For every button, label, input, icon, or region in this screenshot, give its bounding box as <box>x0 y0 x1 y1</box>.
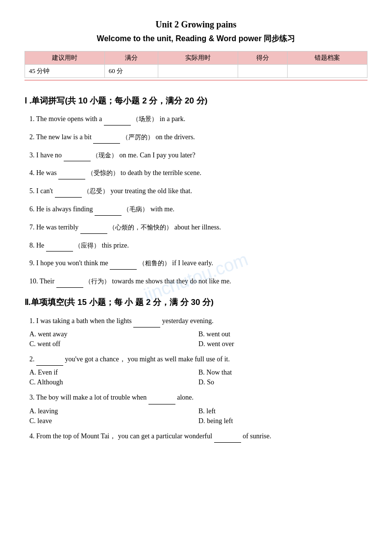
q6: 6. He is always finding （毛病） with me. <box>29 203 368 216</box>
q4-after: to death by the terrible scene. <box>121 169 201 177</box>
s2-q2-optB-label: B. <box>198 369 206 376</box>
s2-q1-after: yesterday evening. <box>162 317 214 325</box>
q4: 4. He was （受惊的） to death by the terrible… <box>29 167 368 179</box>
s2-q1-optA-label: A. <box>29 330 38 338</box>
val-error-file <box>288 65 368 78</box>
s2-q1-optD-label: D. <box>198 340 207 348</box>
s2-q2-optC-text: Although <box>37 378 63 386</box>
q7-num: 7. <box>29 224 36 231</box>
s2-q1-optA: A. went away <box>29 330 198 338</box>
s2-q4-after: of sunrise. <box>243 432 271 440</box>
q7-before: He was terribly <box>36 224 80 231</box>
s2-q2-optB: B. Now that <box>198 369 368 377</box>
q2-hint: （严厉的） <box>122 133 154 141</box>
q3: 3. I have no （现金） on me. Can I pay you l… <box>29 150 368 162</box>
val-score <box>238 65 287 78</box>
s2-q2-optD-label: D. <box>198 378 207 386</box>
q10-after: towards me shows that they do not like m… <box>112 278 231 285</box>
q9-before: I hope you won't think me <box>36 259 110 267</box>
q5-after: your treating the old like that. <box>111 187 192 195</box>
q2-after: on the drivers. <box>155 133 195 141</box>
s2-q3-optB: B. left <box>198 407 368 415</box>
q3-blank <box>64 150 91 162</box>
q5: 5. I can't （忍受） your treating the old li… <box>29 185 368 198</box>
s2-q3-optC: C. leave <box>29 417 198 425</box>
q1: 1. The movie opens with a （场景） in a park… <box>29 113 368 126</box>
s2-q1-before: I was taking a bath when the lights <box>36 317 133 325</box>
q2-before: The new law is a bit <box>36 133 94 141</box>
section1-title: Ⅰ .单词拼写(共 10 小题；每小题 2 分，满分 20 分) <box>24 95 368 106</box>
col-full-score: 满分 <box>104 51 158 65</box>
s2-q4-before: From the top of Mount Tai， you can get a… <box>36 432 214 440</box>
s2-q1-optC: C. went off <box>29 340 198 348</box>
s2-q3-optC-label: C. <box>29 417 37 425</box>
s2-q3-blank <box>148 391 175 404</box>
q5-hint: （忍受） <box>83 187 109 195</box>
divider <box>24 80 368 80</box>
q3-before: I have no <box>36 151 64 159</box>
q10-num: 10. <box>29 278 38 285</box>
val-actual-time <box>158 65 238 78</box>
s2-q3-options: A. leaving B. left <box>24 407 368 415</box>
q6-hint: （毛病） <box>123 205 148 213</box>
s2-q1-options: A. went away B. went out <box>24 330 368 338</box>
s2-q2-optA-label: A. <box>29 369 38 376</box>
s2-q3-optD-text: being left <box>207 417 233 425</box>
q9-after: if I leave early. <box>172 259 213 267</box>
q3-num: 3. <box>29 151 36 159</box>
s2-q2-optD: D. So <box>198 378 368 386</box>
q6-num: 6. <box>29 205 36 213</box>
col-suggested-time: 建议用时 <box>25 51 105 65</box>
page-title: Unit 2 Growing pains <box>24 20 368 30</box>
q4-hint: （受惊的） <box>87 169 119 177</box>
s2-q3-options2: C. leave D. being left <box>24 417 368 425</box>
q7-blank <box>80 222 107 234</box>
s2-q4: 4. From the top of Mount Tai， you can ge… <box>24 430 368 443</box>
s2-q2-optC-label: C. <box>29 378 37 386</box>
q1-after: in a park. <box>160 115 185 123</box>
q8-blank <box>46 240 73 252</box>
s2-q1-optB: B. went out <box>198 330 368 338</box>
section1-questions: 1. The movie opens with a （场景） in a park… <box>24 113 368 288</box>
q4-before: He was <box>36 169 58 177</box>
q5-before: I can't <box>36 187 55 195</box>
q4-blank <box>58 167 85 179</box>
col-actual-time: 实际用时 <box>158 51 238 65</box>
val-suggested-time: 45 分钟 <box>25 65 105 78</box>
s2-q2-options: A. Even if B. Now that <box>24 369 368 377</box>
q9-hint: （粗鲁的） <box>139 259 171 267</box>
s2-q1-optA-text: went away <box>38 330 67 338</box>
s2-q2-num: 2. <box>29 355 35 363</box>
q9-blank <box>110 257 137 270</box>
s2-q1-optD-text: went over <box>207 340 234 348</box>
s2-q2-optD-text: So <box>207 378 214 386</box>
info-table: 建议用时 满分 实际用时 得分 错题档案 45 分钟 60 分 <box>24 51 368 78</box>
q6-after: with me. <box>150 205 174 213</box>
s2-q2: 2. you've got a chance， you might as wel… <box>24 353 368 366</box>
q8-num: 8. <box>29 242 36 249</box>
q9: 9. I hope you won't think me （粗鲁的） if I … <box>29 257 368 270</box>
q1-hint: （场景） <box>132 115 158 123</box>
q4-num: 4. <box>29 169 36 177</box>
q7-after: about her illness. <box>174 224 221 231</box>
col-score: 得分 <box>238 51 287 65</box>
s2-q3-optA: A. leaving <box>29 407 198 415</box>
s2-q2-after: you've got a chance， you might as well m… <box>65 355 230 363</box>
s2-q3-optD-label: D. <box>198 417 207 425</box>
s2-q3: 3. The boy will make a lot of trouble wh… <box>24 391 368 404</box>
s2-q3-before: The boy will make a lot of trouble when <box>36 394 148 401</box>
q10-hint: （行为） <box>85 278 110 285</box>
s2-q4-blank <box>214 430 241 443</box>
s2-q1-optB-text: went out <box>206 330 230 338</box>
s2-q3-optC-text: leave <box>37 417 52 425</box>
q8-after: this prize. <box>102 242 129 249</box>
s2-q3-optB-text: left <box>206 407 216 415</box>
q1-blank <box>104 113 131 126</box>
val-full-score: 60 分 <box>104 65 158 78</box>
q2-num: 2. <box>29 133 36 141</box>
q10-before: Their <box>40 278 56 285</box>
s2-q4-num: 4. <box>29 432 35 440</box>
s2-q3-optB-label: B. <box>198 407 206 415</box>
s2-q1-optC-label: C. <box>29 340 37 348</box>
q8-hint: （应得） <box>74 242 100 249</box>
